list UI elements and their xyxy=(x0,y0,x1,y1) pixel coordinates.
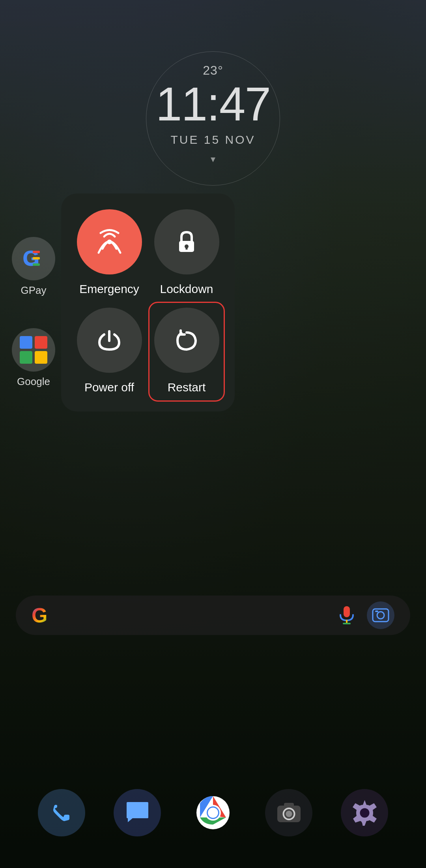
lockdown-label: Lockdown xyxy=(160,282,213,296)
emergency-button[interactable]: Emergency xyxy=(75,209,143,296)
svg-rect-10 xyxy=(344,606,350,617)
chrome-dock-button[interactable] xyxy=(189,789,237,836)
svg-rect-4 xyxy=(33,263,40,266)
svg-rect-9 xyxy=(186,246,188,250)
emergency-circle xyxy=(77,209,142,274)
lockdown-button[interactable]: Lockdown xyxy=(153,209,220,296)
gpay-app[interactable]: G G GPay xyxy=(12,237,55,297)
svg-rect-3 xyxy=(33,257,40,259)
restart-circle xyxy=(154,308,219,373)
gpay-label: GPay xyxy=(21,284,46,297)
bottom-dock xyxy=(0,789,426,836)
google-app[interactable]: Google xyxy=(12,328,55,388)
clock-date: TUE 15 NOV xyxy=(170,133,255,147)
search-bar[interactable]: G xyxy=(16,596,410,635)
lockdown-circle xyxy=(154,209,219,274)
power-off-label: Power off xyxy=(84,381,134,394)
svg-point-23 xyxy=(286,811,292,817)
restart-label: Restart xyxy=(168,381,206,394)
settings-dock-button[interactable] xyxy=(341,789,388,836)
left-apps: G G GPay Google xyxy=(12,237,55,388)
svg-point-24 xyxy=(360,808,369,817)
gpay-icon[interactable]: G G xyxy=(12,237,55,280)
svg-point-19 xyxy=(208,808,218,818)
power-off-button[interactable]: Power off xyxy=(75,308,143,394)
google-label: Google xyxy=(17,376,50,388)
lens-icon[interactable] xyxy=(367,601,394,629)
camera-dock-button[interactable] xyxy=(265,789,312,836)
messages-dock-button[interactable] xyxy=(114,789,161,836)
power-off-circle xyxy=(77,308,142,373)
clock-time: 11:47 xyxy=(156,78,270,130)
phone-dock-button[interactable] xyxy=(38,789,85,836)
temperature: 23° xyxy=(203,63,223,78)
clock-area: 23° 11:47 TUE 15 NOV ▾ xyxy=(0,63,426,165)
emergency-label: Emergency xyxy=(79,282,139,296)
svg-rect-2 xyxy=(33,251,40,253)
power-menu: Emergency Lockdown Power off xyxy=(61,194,235,411)
chevron-down-icon: ▾ xyxy=(211,154,215,165)
search-right-icons xyxy=(336,601,394,629)
google-icon[interactable] xyxy=(12,328,55,372)
google-search-icon: G xyxy=(32,603,47,627)
mic-icon[interactable] xyxy=(336,605,357,626)
svg-rect-13 xyxy=(373,609,389,622)
svg-rect-21 xyxy=(284,803,294,807)
restart-button[interactable]: Restart xyxy=(148,302,225,402)
svg-rect-15 xyxy=(375,611,378,612)
svg-point-14 xyxy=(377,612,384,619)
